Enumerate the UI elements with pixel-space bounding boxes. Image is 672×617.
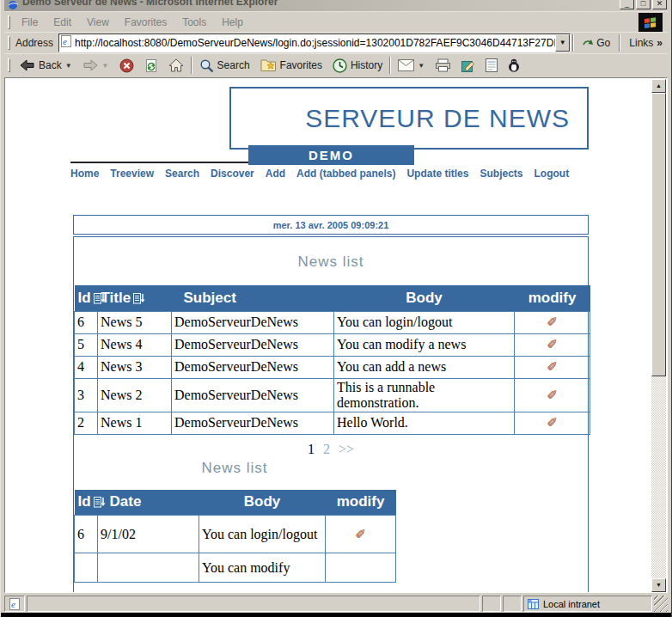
messenger-icon — [508, 58, 520, 72]
table-row: 6 News 5 DemoServeurDeNews You can login… — [75, 311, 590, 333]
status-message-pane — [27, 596, 480, 612]
table-row: 4 News 3 DemoServeurDeNews You can add a… — [75, 356, 590, 378]
menu-file[interactable]: File — [14, 16, 46, 28]
mail-dropdown-caret[interactable]: ▼ — [418, 62, 425, 70]
refresh-icon — [144, 58, 158, 73]
intranet-zone-icon — [528, 599, 539, 609]
site-title: SERVEUR DE NEWS — [305, 104, 570, 133]
table-row: 3 News 2 DemoServeurDeNews This is a run… — [75, 378, 590, 412]
links-button[interactable]: Links » — [622, 37, 668, 49]
favorites-icon — [260, 59, 277, 72]
search-button[interactable]: Search — [194, 57, 255, 75]
scrollbar-thumb[interactable] — [651, 93, 666, 376]
menu-view[interactable]: View — [79, 16, 117, 28]
edit-pencil-icon[interactable]: ✐ — [547, 388, 558, 402]
stop-icon — [119, 58, 134, 73]
edit-pencil-icon[interactable]: ✐ — [547, 360, 558, 374]
scroll-up-button[interactable]: ▲ — [651, 79, 666, 93]
status-page-icon-pane: e — [4, 596, 25, 612]
nav-add[interactable]: Add — [266, 168, 285, 180]
menu-bar: File Edit View Favorites Tools Help — [4, 11, 668, 32]
news-table: Id Title Subject Body modify 6 News 5 De… — [74, 285, 590, 435]
address-grip[interactable] — [8, 36, 10, 50]
main-nav: Home Treeview Search Discover Add Add (t… — [70, 168, 569, 180]
maximize-button[interactable]: □ — [636, 0, 651, 9]
forward-dropdown-caret[interactable]: ▼ — [102, 62, 109, 70]
security-zone-pane: Local intranet — [523, 596, 652, 612]
print-icon — [435, 58, 451, 72]
toolbar-grip[interactable] — [8, 58, 10, 72]
pagination: 12>> — [74, 442, 588, 457]
edit-pencil-icon[interactable]: ✐ — [547, 416, 558, 430]
edit-pencil-icon[interactable]: ✐ — [355, 528, 366, 541]
column-header-id[interactable]: Id — [75, 285, 98, 311]
back-button[interactable]: Back ▼ — [14, 57, 77, 74]
messenger-button[interactable] — [503, 57, 525, 74]
status-bar: e Local intranet — [4, 594, 668, 612]
column-header-id-2[interactable]: Id — [75, 490, 98, 516]
history-button[interactable]: History — [327, 57, 388, 75]
divider — [619, 34, 620, 52]
column-header-modify: modify — [515, 285, 590, 311]
address-input[interactable] — [72, 37, 555, 49]
scroll-down-button[interactable]: ▼ — [651, 578, 666, 592]
menu-help[interactable]: Help — [214, 16, 251, 28]
nav-discover[interactable]: Discover — [211, 168, 254, 180]
web-page: SERVEUR DE NEWS DEMO Home Treeview Searc… — [6, 79, 651, 592]
refresh-button[interactable] — [139, 57, 163, 75]
standard-toolbar: Back ▼ ▼ Search Favorites History — [4, 53, 668, 76]
nav-update-titles[interactable]: Update titles — [406, 168, 468, 180]
edit-pencil-icon[interactable]: ✐ — [547, 315, 558, 329]
nav-home[interactable]: Home — [70, 168, 99, 180]
divider — [191, 57, 192, 74]
home-button[interactable] — [163, 57, 189, 74]
sort-desc-icon — [133, 293, 145, 304]
title-bar[interactable]: Demo Serveur de News - Microsoft Interne… — [4, 0, 668, 11]
forward-button[interactable]: ▼ — [77, 57, 114, 74]
address-bar: Address e ▼ Go Links » — [4, 32, 668, 53]
stop-button[interactable] — [114, 57, 139, 75]
menu-tools[interactable]: Tools — [174, 16, 214, 28]
address-input-box: e ▼ — [58, 34, 571, 52]
discuss-icon — [486, 58, 498, 72]
menu-grip[interactable] — [8, 15, 10, 29]
nav-add-tabbed[interactable]: Add (tabbed panels) — [296, 168, 395, 180]
address-dropdown-button[interactable]: ▼ — [555, 34, 570, 52]
favorites-button[interactable]: Favorites — [255, 58, 327, 74]
ie-throbber — [638, 13, 663, 33]
nav-logout[interactable]: Logout — [534, 168, 569, 180]
page-icon: e — [9, 598, 20, 610]
sort-desc-icon — [94, 497, 106, 508]
status-pane — [503, 596, 522, 612]
column-header-body: Body — [334, 285, 515, 311]
forward-arrow-icon — [82, 58, 99, 72]
back-dropdown-caret[interactable]: ▼ — [65, 62, 72, 70]
nav-subjects[interactable]: Subjects — [480, 168, 522, 180]
column-header-subject: Subject — [172, 285, 334, 311]
resize-grip[interactable] — [654, 596, 668, 612]
nav-search[interactable]: Search — [165, 168, 199, 180]
print-button[interactable] — [430, 57, 456, 74]
vertical-scrollbar[interactable]: ▲ ▼ — [651, 79, 666, 592]
close-button[interactable]: ✕ — [652, 0, 667, 9]
browser-window: Demo Serveur de News - Microsoft Interne… — [0, 0, 672, 617]
table-row: 5 News 4 DemoServeurDeNews You can modif… — [75, 333, 590, 356]
discuss-button[interactable] — [480, 57, 503, 74]
minimize-button[interactable]: _ — [620, 0, 634, 9]
go-button[interactable]: Go — [576, 37, 617, 49]
column-header-title[interactable]: Title — [98, 285, 172, 311]
edit-button[interactable] — [456, 57, 480, 74]
window-title: Demo Serveur de News - Microsoft Interne… — [22, 0, 278, 8]
next-page-link[interactable]: >> — [339, 442, 354, 456]
nav-treeview[interactable]: Treeview — [110, 168, 154, 180]
home-icon — [168, 58, 184, 72]
ie-app-icon — [8, 0, 19, 11]
chevron-icon: » — [657, 37, 663, 49]
page-number-current: 1 — [308, 442, 315, 456]
mail-button[interactable]: ▼ — [393, 58, 430, 73]
page-number-link[interactable]: 2 — [323, 442, 330, 456]
menu-favorites[interactable]: Favorites — [117, 16, 174, 28]
svg-text:e: e — [63, 36, 67, 46]
menu-edit[interactable]: Edit — [46, 16, 79, 28]
edit-pencil-icon[interactable]: ✐ — [547, 338, 558, 351]
